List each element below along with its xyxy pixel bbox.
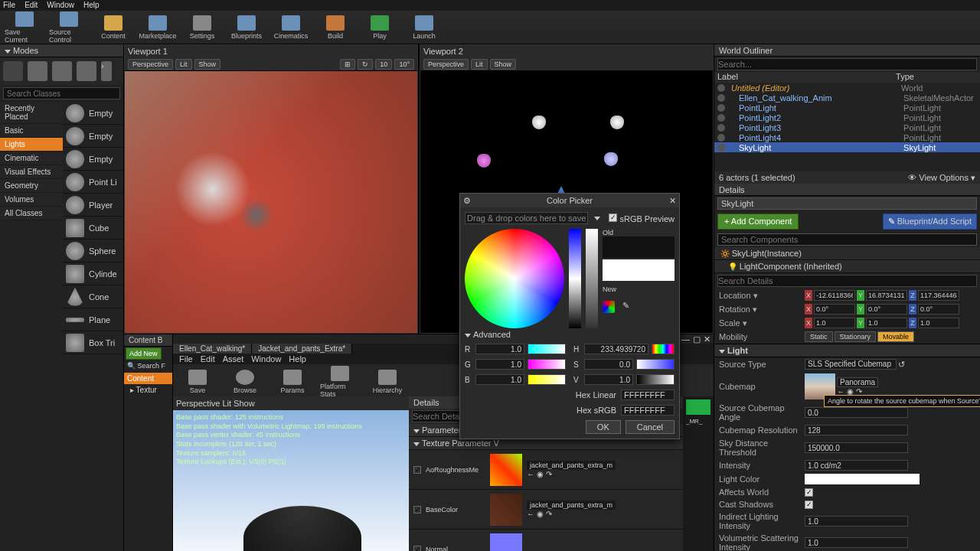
add-component-button[interactable]: + Add Component bbox=[717, 214, 799, 230]
asset-params[interactable]: Params bbox=[273, 366, 312, 398]
color-wheel[interactable] bbox=[465, 229, 564, 328]
place-item[interactable]: Player bbox=[63, 194, 123, 217]
sky-distance[interactable] bbox=[805, 442, 908, 453]
asset-tab[interactable]: Ellen_Cat_walking* bbox=[173, 344, 252, 354]
cubemap-res[interactable] bbox=[805, 425, 908, 435]
rot-z[interactable] bbox=[918, 304, 959, 315]
old-swatch[interactable] bbox=[603, 236, 675, 258]
tb-play[interactable]: Play bbox=[360, 11, 400, 44]
advanced-toggle[interactable]: Advanced bbox=[465, 328, 675, 341]
outliner-row[interactable]: Ellen_Cat_walking_AnimSkeletalMeshActor bbox=[714, 93, 980, 103]
hex-srgb-input[interactable] bbox=[621, 405, 675, 416]
theme-icon[interactable] bbox=[603, 301, 615, 313]
viewport-1[interactable]: Viewport 1 Perspective Lit Show ⊞ ↻ 10 1… bbox=[124, 44, 418, 334]
r-input[interactable] bbox=[475, 344, 524, 354]
outliner-row[interactable]: PointLightPointLight bbox=[714, 103, 980, 112]
vp1-mode[interactable]: Perspective bbox=[128, 59, 173, 70]
cp-dropzone[interactable]: Drag & drop colors here to save bbox=[465, 212, 588, 224]
place-item[interactable]: Empty bbox=[63, 102, 123, 125]
asset-min-icon[interactable]: — bbox=[681, 334, 690, 344]
h-input[interactable] bbox=[584, 344, 648, 354]
tb-blueprints[interactable]: Blueprints bbox=[227, 11, 266, 44]
cancel-button[interactable]: Cancel bbox=[626, 420, 675, 434]
asset-prev-toolbar[interactable]: Perspective Lit Show bbox=[173, 396, 409, 410]
visibility-icon[interactable] bbox=[717, 124, 725, 132]
tex-param-row[interactable]: Normal bbox=[409, 530, 683, 551]
scl-y[interactable] bbox=[866, 318, 907, 328]
main-menubar[interactable]: File Edit Window Help bbox=[0, 0, 980, 11]
h-slider[interactable] bbox=[652, 344, 675, 354]
asset-graph-mini[interactable]: _MR_ bbox=[683, 396, 714, 551]
category-list[interactable]: Recently Placed Basic Lights Cinematic V… bbox=[0, 102, 63, 551]
mode-paint-icon[interactable] bbox=[28, 61, 47, 81]
vp1-show[interactable]: Show bbox=[194, 59, 221, 70]
outliner-rows[interactable]: Untitled (Editor)World Ellen_Cat_walking… bbox=[714, 83, 980, 171]
cubemap-asset-dd[interactable]: Panorama bbox=[837, 377, 878, 387]
tb-launch[interactable]: Launch bbox=[404, 11, 444, 44]
tb-settings[interactable]: Settings bbox=[182, 11, 222, 44]
outliner-row[interactable]: PointLight4PointLight bbox=[714, 132, 980, 142]
asset-platform-stats[interactable]: Platform Stats bbox=[320, 366, 360, 398]
cat-lights[interactable]: Lights bbox=[0, 138, 63, 152]
outliner-viewopts[interactable]: 👁 View Options ▾ bbox=[908, 173, 975, 182]
mode-landscape-icon[interactable] bbox=[52, 61, 72, 81]
affects-world-chk[interactable] bbox=[805, 488, 813, 497]
visibility-icon[interactable] bbox=[717, 134, 725, 142]
loc-x[interactable] bbox=[814, 290, 855, 301]
tb-content[interactable]: Content bbox=[93, 11, 133, 44]
loc-y[interactable] bbox=[866, 290, 907, 301]
tex-thumb[interactable] bbox=[490, 454, 522, 486]
vp2-toolbar[interactable]: Perspective Lit Show bbox=[420, 57, 713, 71]
s-input[interactable] bbox=[584, 359, 633, 370]
cb-folder[interactable]: Content bbox=[124, 373, 172, 384]
vp1-canvas[interactable] bbox=[125, 71, 417, 333]
cat-geometry[interactable]: Geometry bbox=[0, 179, 63, 193]
cb-subfolder[interactable]: ▸ Textur bbox=[124, 384, 172, 396]
tex-thumb[interactable] bbox=[490, 533, 522, 552]
asset-max-icon[interactable]: ▢ bbox=[693, 334, 701, 344]
cast-shadows-chk[interactable] bbox=[805, 500, 813, 509]
asset-preview[interactable]: Base pass shader: 125 instructionsBase p… bbox=[173, 410, 409, 551]
outliner-search[interactable] bbox=[717, 58, 977, 70]
vp2-show[interactable]: Show bbox=[490, 59, 517, 70]
search-components[interactable] bbox=[717, 233, 977, 246]
intensity[interactable] bbox=[805, 460, 908, 471]
ok-button[interactable]: OK bbox=[586, 420, 621, 434]
placeable-list[interactable]: Empty Empty Empty Point Li Player Cube S… bbox=[63, 102, 123, 551]
blueprint-button[interactable]: ✎ Blueprint/Add Script bbox=[883, 214, 977, 230]
cat-cinematic[interactable]: Cinematic bbox=[0, 152, 63, 165]
b-input[interactable] bbox=[475, 374, 524, 385]
asset-browse[interactable]: Browse bbox=[225, 366, 265, 398]
param-checkbox[interactable] bbox=[413, 466, 421, 474]
param-checkbox[interactable] bbox=[413, 506, 421, 514]
vp2-lit[interactable]: Lit bbox=[471, 59, 488, 70]
hex-linear-input[interactable] bbox=[621, 390, 675, 400]
cat-all-classes[interactable]: All Classes bbox=[0, 207, 63, 220]
volumetric-intensity[interactable] bbox=[805, 537, 908, 548]
visibility-icon[interactable] bbox=[717, 144, 725, 152]
indirect-intensity[interactable] bbox=[805, 516, 908, 527]
vp1-snap-value2[interactable]: 10° bbox=[394, 59, 414, 70]
cubemap-angle[interactable] bbox=[805, 407, 908, 418]
place-item[interactable]: Empty bbox=[63, 125, 123, 148]
outliner-row[interactable]: SkyLightSkyLight bbox=[714, 142, 980, 152]
menu-edit[interactable]: Edit bbox=[24, 1, 38, 10]
place-item[interactable]: Box Tri bbox=[63, 331, 123, 354]
mode-more-icon[interactable]: › bbox=[101, 61, 112, 81]
cp-srgb-toggle[interactable]: sRGB Preview bbox=[609, 214, 675, 223]
vp1-snap-grid-icon[interactable]: ⊞ bbox=[340, 59, 355, 70]
search-classes-input[interactable] bbox=[3, 87, 120, 99]
g-input[interactable] bbox=[475, 359, 524, 370]
vp1-lit[interactable]: Lit bbox=[175, 59, 192, 70]
comp-lightcomponent[interactable]: 💡 LightComponent (Inherited) bbox=[714, 260, 980, 273]
place-item[interactable]: Cone bbox=[63, 285, 123, 308]
vp2-mode[interactable]: Perspective bbox=[423, 59, 469, 70]
search-details[interactable] bbox=[717, 275, 977, 287]
visibility-icon[interactable] bbox=[717, 84, 725, 92]
pointlight-icon[interactable] bbox=[604, 152, 618, 166]
vp1-toolbar[interactable]: Perspective Lit Show ⊞ ↻ 10 10° bbox=[125, 57, 417, 71]
b-slider[interactable] bbox=[528, 374, 566, 385]
menu-file[interactable]: File bbox=[3, 1, 15, 10]
hue-slider[interactable] bbox=[569, 229, 581, 328]
place-item[interactable]: Cube bbox=[63, 217, 123, 240]
